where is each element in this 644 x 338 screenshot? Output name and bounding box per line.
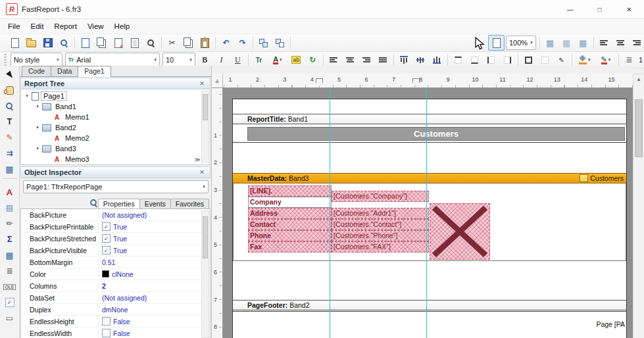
masterdata-band-area[interactable]: [LINE].CompanyAddressContactPhoneFax [Cu…: [233, 183, 626, 261]
field-label-memo[interactable]: Phone: [248, 230, 332, 241]
field-label-memo[interactable]: Company: [248, 197, 332, 208]
EndlessWidth[interactable]: EndlessWidth False: [21, 327, 210, 338]
guide-marker[interactable]: [316, 78, 323, 87]
BottomMargin[interactable]: BottomMargin 0.51: [21, 256, 210, 268]
shape-object-button[interactable]: ✏: [1, 216, 18, 231]
expander-icon[interactable]: ▾: [34, 125, 41, 130]
fit-to-grid-button[interactable]: ▦: [575, 35, 591, 51]
ole-object-button[interactable]: OLE: [1, 279, 18, 295]
tree-node[interactable]: A Memo1: [21, 112, 210, 122]
Duplex[interactable]: Duplex dmNone: [21, 304, 210, 316]
field-value-memo[interactable]: [Customers."FAX"]: [332, 241, 429, 253]
inspector-tab[interactable]: Properties: [98, 199, 140, 208]
vertical-ruler[interactable]: 12345678: [212, 88, 223, 338]
tree-node[interactable]: ▾ Band1: [21, 101, 210, 112]
scrollbar-thumb[interactable]: [203, 94, 208, 120]
field-label-memo[interactable]: Address: [248, 208, 332, 219]
horizontal-ruler[interactable]: 123456789101112131415: [223, 74, 633, 88]
expander-icon[interactable]: ▾: [24, 93, 30, 99]
DataSet[interactable]: DataSet (Not assigned): [21, 292, 210, 304]
preview-button[interactable]: [56, 35, 72, 51]
line-object-button[interactable]: ▭: [1, 310, 18, 326]
zoom-tool[interactable]: [1, 98, 18, 114]
new-report-button[interactable]: [7, 35, 23, 51]
font-select[interactable]: Tr Arial ▾: [65, 53, 160, 67]
menu-item[interactable]: Edit: [26, 21, 49, 32]
page-tab[interactable]: Code: [22, 66, 51, 76]
band-move-tool[interactable]: ⇉: [1, 145, 18, 161]
font-size-select[interactable]: 10 ▾: [162, 53, 195, 67]
menu-item[interactable]: Help: [109, 21, 136, 32]
picture-object[interactable]: [430, 203, 490, 260]
tree-node[interactable]: ▾ Band3: [21, 143, 210, 154]
tree-scrollbar[interactable]: [201, 91, 209, 163]
group-button[interactable]: [255, 35, 272, 51]
align-right-edges-button[interactable]: [629, 35, 644, 51]
EndlessHeight[interactable]: EndlessHeight False: [21, 316, 210, 327]
field-value-memo[interactable]: [Customers."Phone"]: [332, 230, 429, 241]
copy-button[interactable]: [180, 35, 197, 51]
band-pagefooter[interactable]: PageFooter: Band2: [233, 300, 626, 310]
BackPicture[interactable]: BackPicture (Not assigned): [21, 209, 210, 221]
memo-report-title[interactable]: Customers: [247, 127, 625, 141]
page-settings-button[interactable]: [126, 35, 143, 51]
BackPictureVisible[interactable]: BackPictureVisible ✓True: [21, 245, 210, 256]
show-grid-button[interactable]: ▦: [542, 35, 558, 51]
scrollbar-thumb[interactable]: [203, 216, 208, 258]
dataset-label[interactable]: Customers: [580, 174, 624, 183]
expander-icon[interactable]: ▾: [34, 104, 41, 109]
field-value-memo[interactable]: [Customers."Addr1"]: [332, 208, 429, 219]
menu-item[interactable]: View: [82, 21, 109, 32]
ungroup-button[interactable]: [272, 35, 288, 51]
column-guide[interactable]: [330, 88, 330, 338]
minimize-button[interactable]: —: [555, 0, 585, 18]
Color[interactable]: Color clNone: [21, 268, 210, 280]
text-edit-tool[interactable]: T: [1, 114, 18, 130]
field-label-memo[interactable]: Fax: [248, 241, 332, 253]
find-button[interactable]: [143, 35, 159, 51]
field-value-memo[interactable]: [Customers."Contact"]: [332, 219, 429, 230]
scroll-up-icon[interactable]: ▲: [633, 74, 644, 85]
scrollbar-thumb[interactable]: [635, 99, 643, 157]
expander-icon[interactable]: ▾: [34, 146, 41, 151]
close-icon[interactable]: ✕: [197, 169, 207, 176]
checkbox-object-button[interactable]: ✓: [1, 295, 18, 310]
inspector-scrollbar[interactable]: [201, 210, 209, 338]
paste-button[interactable]: [197, 35, 213, 51]
tree-node[interactable]: A Memo3: [21, 154, 210, 164]
undo-button[interactable]: ↶: [218, 35, 234, 51]
close-icon[interactable]: ✕: [197, 80, 207, 87]
menu-item[interactable]: File: [3, 21, 26, 32]
new-dialog-page-button[interactable]: [93, 35, 110, 51]
style-select[interactable]: No style ▾: [11, 53, 62, 67]
table-object-button[interactable]: ▦: [1, 247, 18, 263]
system-text-object-button[interactable]: Σ: [1, 231, 18, 247]
maximize-button[interactable]: □: [585, 0, 614, 18]
align-centers-button[interactable]: [612, 35, 629, 51]
picture-object-button[interactable]: ▤: [1, 200, 18, 216]
hand-tool[interactable]: [1, 82, 18, 98]
field-label-memo[interactable]: Contact: [248, 219, 332, 230]
band-reporttitle[interactable]: ReportTitle: Band1: [233, 114, 626, 124]
save-report-button[interactable]: [39, 35, 56, 51]
format-painter-tool[interactable]: ✎: [1, 130, 18, 145]
delete-page-button[interactable]: [110, 35, 126, 51]
zoom-page-button[interactable]: [488, 35, 505, 51]
page-grid-tool[interactable]: ▦: [1, 161, 18, 177]
redo-button[interactable]: ↷: [234, 35, 251, 51]
inspector-tab[interactable]: Favorites: [170, 199, 209, 208]
tree-node[interactable]: ▾ Page1: [21, 91, 210, 101]
cut-button[interactable]: ✂: [164, 35, 180, 51]
field-value-memo[interactable]: [Customers."Company"]: [332, 191, 429, 202]
tree-node[interactable]: A Memo2: [21, 133, 210, 143]
chevron-more-icon[interactable]: ≫: [195, 157, 201, 163]
select-tool[interactable]: [1, 66, 18, 82]
page-tab[interactable]: Page1: [78, 66, 111, 77]
design-surface[interactable]: ReportTitle: Band1 Customers MasterData:…: [223, 88, 633, 338]
zoom-select[interactable]: 100% ▾: [506, 36, 536, 50]
inspector-tab[interactable]: Events: [139, 199, 171, 208]
page-number-memo[interactable]: Page [PA: [539, 320, 625, 328]
close-button[interactable]: ✕: [614, 0, 644, 18]
vertical-scrollbar[interactable]: ▲: [633, 74, 644, 338]
richtext-object-button[interactable]: ≣: [1, 263, 18, 279]
